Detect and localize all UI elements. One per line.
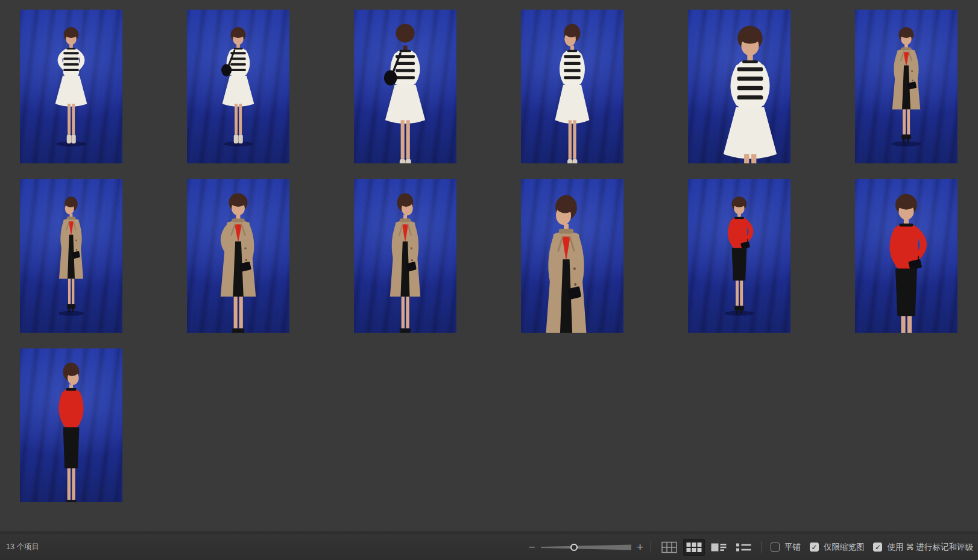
- photo-thumbnail[interactable]: [20, 10, 122, 163]
- photo-thumbnail[interactable]: [688, 179, 790, 333]
- photo-thumbnail[interactable]: [187, 10, 289, 163]
- model-figure-illustration: [20, 10, 122, 163]
- item-count: 13 个项目: [6, 533, 39, 560]
- photo-thumbnail[interactable]: [521, 179, 623, 333]
- photo-thumbnail[interactable]: [187, 179, 289, 333]
- photo-browser: [0, 0, 978, 533]
- toggle-thumbnails-only[interactable]: ✓ 仅限缩览图: [810, 542, 865, 553]
- grid-filled-icon: [686, 541, 702, 553]
- view-mode-info-button[interactable]: [708, 539, 730, 556]
- status-bar-controls: − +: [529, 533, 973, 560]
- tile-checkbox[interactable]: ✓: [771, 543, 780, 552]
- photo-thumbnail[interactable]: [855, 179, 957, 333]
- toggle-cmd-tagging-label: 使用 ⌘ 进行标记和评级: [887, 542, 973, 553]
- toggle-cmd-tagging[interactable]: ✓ 使用 ⌘ 进行标记和评级: [873, 542, 973, 553]
- model-figure-illustration: [521, 179, 623, 333]
- model-figure-illustration: [354, 179, 456, 333]
- toggle-tile-label: 平铺: [784, 542, 801, 553]
- photo-thumbnail[interactable]: [20, 348, 122, 502]
- photo-thumbnail[interactable]: [354, 10, 456, 163]
- model-figure-illustration: [354, 10, 456, 163]
- check-icon: ✓: [811, 544, 817, 551]
- browser-option-toggles: ✓ 平铺 ✓ 仅限缩览图 ✓ 使用 ⌘ 进行标记和评级: [771, 542, 973, 553]
- view-mode-grid-lines-button[interactable]: [658, 539, 680, 556]
- list-view-icon: [736, 541, 751, 553]
- thumbnail-size-slider[interactable]: [541, 542, 631, 553]
- model-figure-illustration: [855, 179, 957, 333]
- model-figure-illustration: [855, 10, 957, 163]
- check-icon: ✓: [875, 544, 881, 551]
- model-figure-illustration: [20, 179, 122, 333]
- photo-thumbnail[interactable]: [20, 179, 122, 333]
- thumbnail-zoom-control: − +: [529, 541, 643, 553]
- model-figure-illustration: [187, 10, 289, 163]
- toggle-thumbnails-only-label: 仅限缩览图: [824, 542, 865, 553]
- slider-knob[interactable]: [570, 544, 578, 551]
- model-figure-illustration: [20, 348, 122, 502]
- toggle-tile[interactable]: ✓ 平铺: [771, 542, 801, 553]
- slider-track-icon: [541, 542, 631, 553]
- view-mode-buttons: [658, 539, 754, 556]
- model-figure-illustration: [521, 10, 623, 163]
- cmd-tagging-checkbox[interactable]: ✓: [873, 543, 882, 552]
- zoom-out-button[interactable]: −: [529, 541, 535, 553]
- divider: [651, 541, 651, 553]
- photo-thumbnail[interactable]: [688, 10, 790, 163]
- view-mode-thumbnails-button[interactable]: [683, 539, 705, 556]
- divider: [762, 541, 762, 553]
- thumbnail-info-icon: [711, 541, 727, 553]
- model-figure-illustration: [688, 179, 790, 333]
- grid-outline-icon: [661, 541, 677, 553]
- photo-thumbnail[interactable]: [855, 10, 957, 163]
- zoom-in-button[interactable]: +: [637, 541, 643, 553]
- photo-thumbnail[interactable]: [521, 10, 623, 163]
- thumbnails-only-checkbox[interactable]: ✓: [810, 543, 819, 552]
- photo-thumbnail[interactable]: [354, 179, 456, 333]
- status-bar: 13 个项目 − +: [0, 533, 978, 560]
- model-figure-illustration: [688, 10, 790, 163]
- model-figure-illustration: [187, 179, 289, 333]
- view-mode-list-button[interactable]: [733, 539, 754, 556]
- thumbnail-grid: [0, 0, 978, 502]
